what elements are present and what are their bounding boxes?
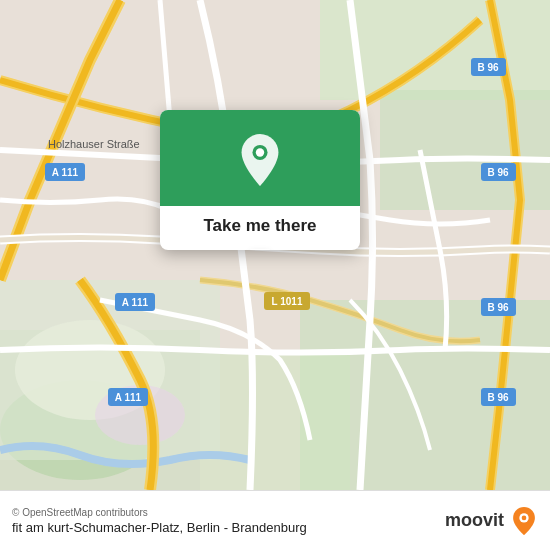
svg-text:A 111: A 111 xyxy=(122,297,149,308)
location-title: fit am kurt-Schumacher-Platz, Berlin - B… xyxy=(12,520,307,535)
moovit-pin-icon xyxy=(510,507,538,535)
svg-text:B 96: B 96 xyxy=(487,167,509,178)
footer-left: © OpenStreetMap contributors fit am kurt… xyxy=(12,507,307,535)
svg-rect-2 xyxy=(380,90,550,210)
svg-text:Holzhauser Straße: Holzhauser Straße xyxy=(48,138,140,150)
svg-rect-6 xyxy=(200,350,350,490)
svg-text:A 111: A 111 xyxy=(115,392,142,403)
svg-text:L 1011: L 1011 xyxy=(272,296,303,307)
svg-text:A 111: A 111 xyxy=(52,167,79,178)
copyright-text: © OpenStreetMap contributors xyxy=(12,507,307,518)
svg-text:B 96: B 96 xyxy=(487,392,509,403)
svg-point-28 xyxy=(256,148,264,156)
footer: © OpenStreetMap contributors fit am kurt… xyxy=(0,490,550,550)
location-pin-icon xyxy=(234,134,286,186)
svg-text:B 96: B 96 xyxy=(487,302,509,313)
popup-icon-area xyxy=(160,110,360,206)
moovit-logo-text: moovit xyxy=(445,510,504,531)
popup-tail xyxy=(250,249,270,250)
svg-point-30 xyxy=(522,515,527,520)
popup-card[interactable]: Take me there xyxy=(160,110,360,250)
map-container: A 111 A 111 A 111 B 96 B 96 B 96 B 96 L … xyxy=(0,0,550,490)
popup-label[interactable]: Take me there xyxy=(187,206,332,250)
footer-right: moovit xyxy=(445,507,538,535)
svg-text:B 96: B 96 xyxy=(477,62,499,73)
